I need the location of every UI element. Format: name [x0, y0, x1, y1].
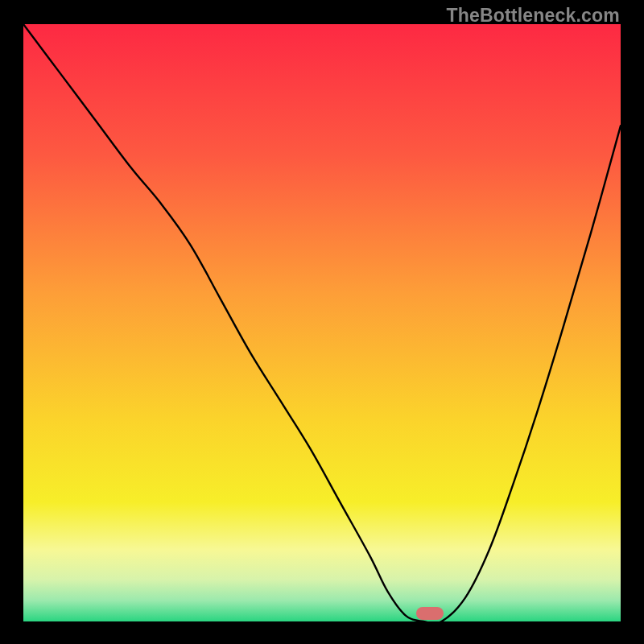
chart-frame: TheBottleneck.com [0, 0, 644, 644]
optimal-marker [416, 607, 444, 620]
bottleneck-curve [23, 24, 621, 621]
watermark-text: TheBottleneck.com [446, 5, 620, 27]
plot-area [23, 24, 621, 621]
